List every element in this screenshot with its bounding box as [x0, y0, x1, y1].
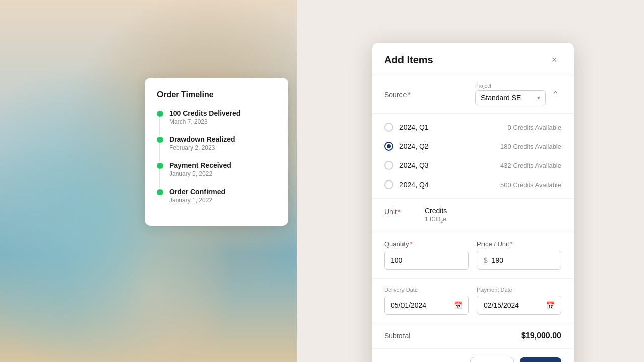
quantity-price-section: Quantity * Price / Unit * $	[372, 232, 574, 279]
date-section: Delivery Date 05/01/2024 📅 Payment Date …	[372, 279, 574, 323]
credit-radio-0[interactable]	[384, 123, 393, 132]
project-select-wrapper[interactable]: Standard SE ▾	[475, 90, 546, 105]
price-input-wrapper: $	[477, 251, 561, 270]
unit-required-star: *	[398, 208, 400, 216]
subtotal-label: Subtotal	[384, 332, 410, 340]
source-right: Project Standard SE ▾ ⌃	[475, 83, 561, 105]
timeline-content-2: Payment Received January 5, 2022	[169, 161, 231, 177]
price-field-group: Price / Unit * $	[477, 240, 561, 270]
quantity-required-star: *	[410, 240, 412, 248]
timeline-item-3: Order Confirmed January 1, 2022	[157, 188, 276, 204]
timeline-content-0: 100 Credits Delivered March 7, 2023	[169, 109, 240, 125]
payment-date-field-group: Payment Date 02/15/2024 📅	[477, 287, 561, 315]
credit-availability-0: 0 Credits Available	[508, 124, 561, 131]
section-collapse-button[interactable]: ⌃	[550, 87, 561, 102]
payment-date-value: 02/15/2024	[484, 301, 519, 309]
order-timeline-title: Order Timeline	[157, 90, 276, 99]
unit-section: Unit * Credits 1 tCO2e	[372, 199, 574, 232]
price-label: Price / Unit *	[477, 240, 561, 248]
credit-radio-1[interactable]	[384, 142, 393, 151]
quantity-label: Quantity *	[384, 240, 469, 248]
timeline-content-1: Drawdown Realized February 2, 2023	[169, 135, 235, 151]
chevron-down-icon: ▾	[537, 94, 540, 101]
cancel-button[interactable]: Cancel	[470, 357, 514, 362]
credit-row-2[interactable]: 2024, Q3 432 Credits Available	[372, 156, 574, 175]
unit-label: Unit *	[384, 208, 415, 216]
credit-availability-2: 432 Credits Available	[500, 162, 561, 169]
timeline-list: 100 Credits Delivered March 7, 2023 Draw…	[157, 109, 276, 204]
timeline-event-date-3: January 1, 2022	[169, 197, 225, 204]
timeline-event-name-1: Drawdown Realized	[169, 135, 235, 143]
project-select-value: Standard SE	[481, 94, 534, 102]
delivery-date-field-group: Delivery Date 05/01/2024 📅	[384, 287, 469, 315]
timeline-dot-1	[157, 137, 163, 143]
subtotal-section: Subtotal $19,000.00	[372, 323, 574, 349]
quantity-input[interactable]	[384, 251, 469, 270]
credit-radio-3[interactable]	[384, 180, 393, 189]
project-dropdown-label: Project	[475, 83, 546, 89]
price-input[interactable]	[492, 251, 561, 269]
modal-footer: Cancel Add	[372, 349, 574, 362]
project-dropdown: Project Standard SE ▾	[475, 83, 546, 105]
source-required-star: *	[408, 90, 410, 99]
credit-availability-1: 180 Credits Available	[500, 143, 561, 150]
timeline-event-name-2: Payment Received	[169, 161, 231, 169]
price-currency-symbol: $	[477, 251, 492, 269]
price-required-star: *	[510, 240, 513, 248]
timeline-event-date-2: January 5, 2022	[169, 170, 231, 177]
timeline-dot-3	[157, 189, 163, 195]
payment-date-label: Payment Date	[477, 287, 561, 293]
timeline-content-3: Order Confirmed January 1, 2022	[169, 188, 225, 204]
source-section: Source * Project Standard SE ▾ ⌃	[372, 75, 574, 114]
timeline-dot-0	[157, 111, 163, 117]
credit-row-3[interactable]: 2024, Q4 500 Credits Available	[372, 175, 574, 194]
credit-row-1[interactable]: 2024, Q2 180 Credits Available	[372, 137, 574, 156]
credit-period-0: 2024, Q1	[399, 123, 502, 131]
close-icon: ×	[552, 55, 557, 65]
timeline-event-name-0: 100 Credits Delivered	[169, 109, 240, 117]
credit-period-2: 2024, Q3	[399, 161, 494, 169]
payment-date-input-wrapper[interactable]: 02/15/2024 📅	[477, 296, 561, 315]
modal-title: Add Items	[384, 54, 433, 66]
credit-availability-3: 500 Credits Available	[500, 181, 561, 189]
subtotal-value: $19,000.00	[521, 331, 561, 340]
source-label: Source *	[384, 90, 411, 99]
delivery-date-value: 05/01/2024	[391, 301, 426, 309]
order-timeline-card: Order Timeline 100 Credits Delivered Mar…	[145, 78, 288, 226]
unit-info: Credits 1 tCO2e	[425, 207, 447, 224]
timeline-event-name-3: Order Confirmed	[169, 188, 225, 196]
timeline-dot-2	[157, 163, 163, 169]
modal-close-button[interactable]: ×	[547, 53, 561, 67]
delivery-date-label: Delivery Date	[384, 287, 469, 293]
credit-radio-2[interactable]	[384, 161, 393, 170]
timeline-item-0: 100 Credits Delivered March 7, 2023	[157, 109, 276, 125]
timeline-item-2: Payment Received January 5, 2022	[157, 161, 276, 177]
delivery-date-input-wrapper[interactable]: 05/01/2024 📅	[384, 296, 469, 315]
unit-desc: 1 tCO2e	[425, 216, 447, 224]
delivery-calendar-icon: 📅	[454, 301, 462, 309]
credits-list: 2024, Q1 0 Credits Available 2024, Q2 18…	[372, 114, 574, 199]
chevron-up-icon: ⌃	[552, 89, 559, 100]
timeline-event-date-1: February 2, 2023	[169, 144, 235, 151]
modal-header: Add Items ×	[372, 43, 574, 75]
credit-row-0[interactable]: 2024, Q1 0 Credits Available	[372, 118, 574, 137]
credit-period-3: 2024, Q4	[399, 180, 494, 189]
timeline-event-date-0: March 7, 2023	[169, 118, 240, 125]
payment-calendar-icon: 📅	[546, 301, 555, 309]
timeline-item-1: Drawdown Realized February 2, 2023	[157, 135, 276, 151]
add-items-modal: Add Items × Source * Project Standard SE…	[372, 43, 574, 362]
add-button[interactable]: Add	[520, 357, 561, 362]
unit-name: Credits	[425, 207, 447, 215]
credit-period-1: 2024, Q2	[399, 142, 494, 150]
quantity-field-group: Quantity *	[384, 240, 469, 270]
